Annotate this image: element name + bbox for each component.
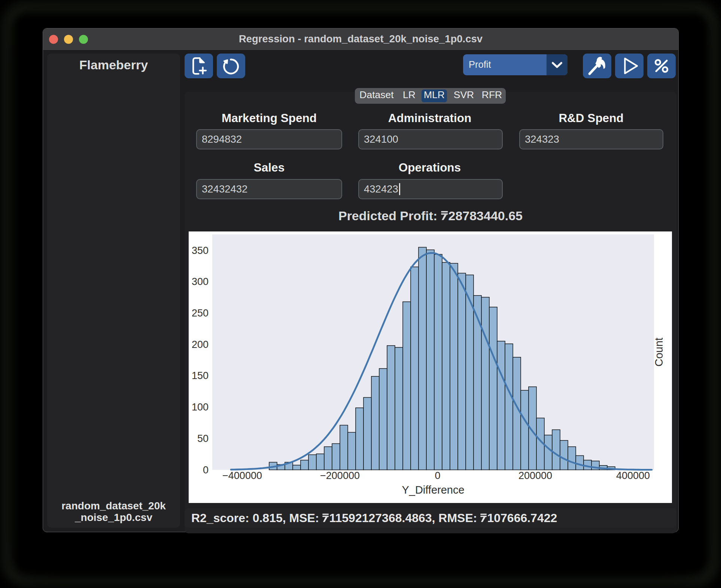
svg-text:300: 300: [192, 276, 209, 287]
svg-text:0: 0: [203, 464, 209, 476]
svg-text:100: 100: [192, 401, 209, 413]
svg-text:400000: 400000: [616, 470, 650, 481]
svg-text:Y_Difference: Y_Difference: [402, 484, 464, 496]
svg-text:200000: 200000: [518, 470, 552, 481]
svg-text:Count: Count: [653, 337, 665, 366]
svg-text:350: 350: [192, 245, 209, 256]
svg-text:250: 250: [192, 307, 209, 319]
svg-text:−200000: −200000: [320, 470, 360, 481]
svg-text:50: 50: [197, 433, 209, 444]
svg-text:150: 150: [192, 370, 209, 381]
svg-text:0: 0: [435, 470, 440, 481]
svg-text:200: 200: [192, 339, 209, 350]
svg-text:−400000: −400000: [222, 470, 262, 481]
